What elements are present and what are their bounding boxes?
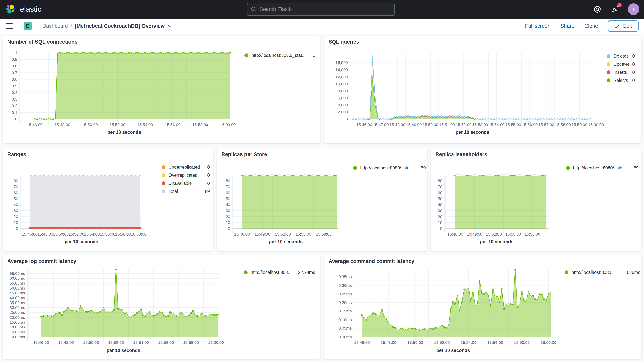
legend-label: Total xyxy=(168,189,202,194)
legend-item[interactable]: Inserts 0 xyxy=(606,68,635,76)
legend-label: http://localhost:8080/_sta... xyxy=(360,166,418,170)
svg-text:15:50:00: 15:50:00 xyxy=(53,232,69,236)
svg-text:16:00:00: 16:00:00 xyxy=(220,122,236,127)
share-button[interactable]: Share xyxy=(560,23,574,29)
legend-item[interactable]: http://localhost:8080/_sta... 89 xyxy=(566,164,638,172)
chevron-down-icon[interactable] xyxy=(167,24,172,28)
space-badge[interactable]: D xyxy=(24,22,32,30)
clone-button[interactable]: Clone xyxy=(584,23,598,29)
svg-text:15:54:00: 15:54:00 xyxy=(84,232,100,236)
svg-text:15:56:00: 15:56:00 xyxy=(100,232,116,236)
svg-text:30: 30 xyxy=(226,208,230,213)
svg-text:6,000: 6,000 xyxy=(338,96,348,100)
legend-label: Unavailable xyxy=(168,181,204,186)
svg-text:50: 50 xyxy=(14,196,18,201)
edit-button[interactable]: Edit xyxy=(608,20,638,32)
svg-text:4,000: 4,000 xyxy=(338,103,348,107)
legend-label: http://localhost:8080/_stat... xyxy=(252,53,310,58)
svg-text:per 10 seconds: per 10 seconds xyxy=(436,348,470,353)
svg-text:80: 80 xyxy=(14,178,18,183)
legend-label: Overreplicated xyxy=(168,173,204,178)
legend-color-dot xyxy=(606,54,610,58)
svg-text:16:00:00: 16:00:00 xyxy=(208,340,224,345)
top-navigation-bar: elastic Search Elastic xyxy=(0,0,644,18)
svg-text:70: 70 xyxy=(438,184,442,189)
search-icon xyxy=(251,6,256,12)
svg-text:15:56:00: 15:56:00 xyxy=(158,340,174,345)
legend-item[interactable]: http://localhost:8080/_stat... 1 xyxy=(244,51,315,59)
svg-text:0: 0 xyxy=(346,117,348,121)
legend-label: Updates xyxy=(614,62,629,67)
breadcrumb-current-title[interactable]: [Metricbeat CockroachDB] Overview xyxy=(75,23,165,29)
svg-text:15:46:00: 15:46:00 xyxy=(33,340,49,345)
svg-text:40.00ms: 40.00ms xyxy=(10,296,25,300)
search-input[interactable]: Search Elastic xyxy=(247,3,395,16)
svg-text:0.30ms: 0.30ms xyxy=(338,283,352,288)
svg-text:15:54:00: 15:54:00 xyxy=(461,340,476,345)
breadcrumb-dashboard-link[interactable]: Dashboard xyxy=(42,23,68,29)
svg-text:15:58:00: 15:58:00 xyxy=(115,232,131,236)
svg-text:15:49:00: 15:49:00 xyxy=(254,232,270,236)
kibana-dashboard-app: elastic Search Elastic xyxy=(0,0,644,362)
legend-item[interactable]: Updates 0 xyxy=(606,60,635,68)
svg-text:60: 60 xyxy=(14,190,18,195)
svg-text:0.4: 0.4 xyxy=(12,90,18,95)
svg-text:20: 20 xyxy=(438,214,442,219)
legend-item[interactable]: Selects 0 xyxy=(606,76,635,84)
legend-item[interactable]: Deletes 0 xyxy=(606,52,635,60)
help-icon[interactable] xyxy=(592,4,602,14)
news-party-popper-icon[interactable] xyxy=(610,4,620,14)
legend-label: http://localhost:808... xyxy=(251,270,295,275)
legend-color-dot xyxy=(162,190,166,193)
legend-color-dot xyxy=(606,62,610,66)
svg-text:50: 50 xyxy=(438,196,442,201)
legend-value: 89 xyxy=(421,166,426,170)
full-screen-button[interactable]: Full screen xyxy=(525,23,550,29)
chart-legend: http://localhost:808... 22.74ms xyxy=(244,268,315,276)
svg-text:15:52:00: 15:52:00 xyxy=(110,122,125,127)
panel-number-of-sql-connections: Number of SQL connections00.10.20.30.40.… xyxy=(3,36,320,144)
legend-item[interactable]: Total 89 xyxy=(162,187,210,196)
legend-color-dot xyxy=(162,165,166,169)
svg-text:0.1: 0.1 xyxy=(12,110,17,115)
svg-text:50.00ms: 50.00ms xyxy=(10,286,25,290)
svg-text:15.00ms: 15.00ms xyxy=(10,320,25,324)
svg-text:50: 50 xyxy=(226,196,230,201)
svg-text:15:52:00: 15:52:00 xyxy=(108,340,124,345)
svg-text:15:55:00: 15:55:00 xyxy=(505,122,521,127)
elastic-brand[interactable]: elastic xyxy=(0,4,42,15)
menu-hamburger-icon[interactable] xyxy=(6,23,13,29)
svg-text:15:49:00: 15:49:00 xyxy=(466,232,482,236)
svg-text:0.20ms: 0.20ms xyxy=(338,300,352,305)
svg-text:15:52:00: 15:52:00 xyxy=(456,122,472,127)
chart-legend: http://localhost:8080/_sta... 89 xyxy=(566,164,638,172)
legend-item[interactable]: http://localhost:808... 22.74ms xyxy=(244,268,315,276)
legend-item[interactable]: Overreplicated 0 xyxy=(162,171,210,179)
svg-text:0.3: 0.3 xyxy=(12,97,17,102)
svg-text:16:00:00: 16:00:00 xyxy=(131,232,146,236)
legend-item[interactable]: Underreplicated 0 xyxy=(162,163,210,171)
legend-value: 22.74ms xyxy=(298,270,315,275)
avatar[interactable]: r xyxy=(628,4,639,15)
search-placeholder: Search Elastic xyxy=(260,6,293,12)
legend-item[interactable]: Unavailable 0 xyxy=(162,179,210,187)
svg-text:0.35ms: 0.35ms xyxy=(338,274,352,279)
elastic-logo-icon xyxy=(6,4,16,15)
svg-text:30: 30 xyxy=(438,208,442,213)
svg-text:15:58:00: 15:58:00 xyxy=(555,122,571,127)
svg-text:0.6: 0.6 xyxy=(12,77,17,82)
panel-replicas-per-store: Replicas per Store0102030405060708015:46… xyxy=(217,148,427,251)
svg-text:15:58:00: 15:58:00 xyxy=(192,122,208,127)
legend-color-dot xyxy=(606,70,610,74)
svg-text:60: 60 xyxy=(438,190,442,195)
svg-text:15:50:00: 15:50:00 xyxy=(83,340,99,345)
chart-canvas[interactable]: 02,0004,0006,0008,00010,00012,00014,0001… xyxy=(324,36,641,144)
legend-value: 89 xyxy=(634,166,638,170)
legend-color-dot xyxy=(353,166,357,170)
svg-text:15:56:00: 15:56:00 xyxy=(165,122,180,127)
panel-average-log-commit-latency: Average log commit latency0.00ms5.00ms10… xyxy=(3,255,320,359)
legend-label: Deletes xyxy=(614,54,629,59)
legend-item[interactable]: http://localhost:8080/_sta... 89 xyxy=(353,164,426,172)
legend-item[interactable]: http://localhost:8080... 0.26ms xyxy=(564,268,640,276)
chart-legend: http://localhost:8080/_sta... 89 xyxy=(353,164,426,172)
